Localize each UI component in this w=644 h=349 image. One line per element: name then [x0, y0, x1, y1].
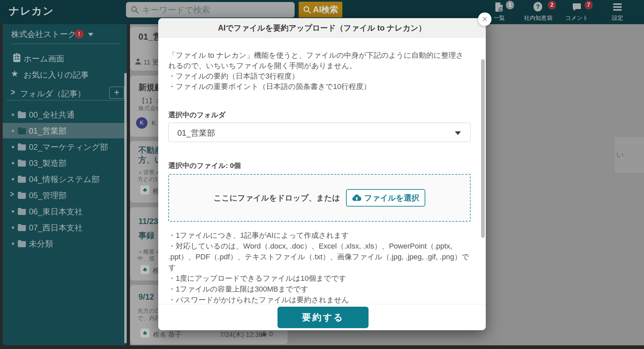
folder-icon — [17, 143, 26, 150]
sidebar-scrollbar[interactable] — [124, 73, 127, 343]
notification-badge: 1 — [506, 1, 514, 9]
menu-icon — [612, 3, 622, 11]
bullet-icon — [12, 114, 14, 116]
upload-modal: AIでファイルを要約アップロード（ファイル to ナレカン） 「ファイル to … — [158, 18, 486, 330]
folder-select-value: 01_営業部 — [177, 128, 215, 138]
folder-icon — [17, 224, 26, 231]
note-line: ・1度にアップロードできるファイルは10個までです — [168, 273, 471, 284]
chevron-down-icon — [455, 131, 461, 135]
sidebar-folder-00[interactable]: 00_全社共通 — [3, 107, 127, 122]
folders-section-label: フォルダ（記事） — [20, 88, 85, 99]
sidebar-folder-07[interactable]: 07_西日本支社 — [3, 220, 127, 235]
modal-footer: 要約する — [158, 304, 486, 330]
question-circle-icon: ? — [533, 2, 544, 12]
bullet-icon — [12, 178, 14, 180]
comment-icon — [572, 2, 582, 12]
feature-line: ・ファイルの要約（日本語で3行程度） — [168, 71, 471, 81]
author-name: K — [152, 119, 156, 127]
member-count: 11 更 — [143, 58, 159, 67]
avatar: K — [136, 117, 147, 129]
document-check-icon — [495, 2, 504, 12]
note-line: ・1ファイルの容量上限は300MBまでです — [168, 284, 471, 295]
article-title: 9/12 — [138, 292, 154, 302]
divider — [7, 100, 125, 100]
modal-close-button[interactable]: × — [478, 12, 491, 26]
topbar-item-label: コメント — [564, 14, 590, 22]
thumbs-up-icon — [260, 331, 267, 337]
article-title: 事録 — [138, 230, 155, 241]
article-date: 7/24(木) 12:38 — [220, 330, 263, 339]
choose-file-button[interactable]: ファイルを選択 — [346, 189, 425, 207]
note-line: ・パスワードがかけられたファイルは要約されません — [168, 295, 471, 304]
dropzone-text: ここにファイルをドロップ、または — [214, 193, 340, 203]
like-count: 0 — [269, 330, 273, 338]
app-logo: ナレカン — [9, 0, 54, 24]
article-snippet: 方との1 — [137, 175, 158, 183]
chevron-right-icon: > — [10, 190, 14, 199]
sidebar-item-home[interactable]: ホーム画面 — [3, 52, 127, 65]
article-snippet: 先方の日 — [137, 307, 160, 315]
bullet-icon — [12, 226, 14, 229]
modal-title: AIでファイルを要約アップロード（ファイル to ナレカン） — [158, 18, 486, 38]
topbar-item-settings[interactable]: 設定 — [607, 1, 628, 23]
sidebar: 株式会社ストーク ! ホーム画面 ★ お気に入りの記事 > フォルダ（記事） +… — [3, 24, 127, 346]
notification-badge: 7 — [585, 1, 593, 9]
folders-section-header[interactable]: > フォルダ（記事） — [3, 87, 127, 100]
topbar-item-knowledge[interactable]: ? 2 社内知恵袋 — [522, 1, 555, 23]
org-alert-badge: ! — [75, 30, 84, 39]
ai-search-button[interactable]: AI検索 — [299, 2, 342, 17]
modal-body: 「ファイル to ナレカン」機能を使うと、ファイルの中身が下記のように自動的に整… — [158, 38, 486, 304]
avatar: ♣ — [140, 329, 149, 338]
sidebar-item-favorites[interactable]: ★ お気に入りの記事 — [3, 68, 127, 81]
bullet-icon — [12, 162, 14, 164]
sidebar-folder-06[interactable]: 06_東日本支社 — [3, 204, 127, 219]
note-line: ・1ファイルにつき、1記事がAIによって作成されます — [168, 230, 471, 241]
topbar-item-comments[interactable]: 7 コメント — [564, 1, 590, 23]
divider — [11, 44, 120, 44]
article-snippet: 中、後 — [137, 255, 155, 262]
svg-text:?: ? — [536, 3, 540, 10]
author-name: 椎名 恭子 — [153, 330, 182, 339]
folder-icon — [17, 175, 26, 183]
sidebar-folder-05[interactable]: > 05_管理部 — [3, 187, 127, 203]
topbar-item-label: 社内知恵袋 — [522, 14, 555, 22]
search-input[interactable] — [142, 5, 290, 15]
add-folder-button[interactable]: + — [109, 87, 124, 99]
modal-scrollbar[interactable] — [481, 59, 485, 238]
star-icon: ★ — [11, 69, 18, 79]
folder-icon — [17, 191, 26, 199]
folder-icon — [17, 111, 26, 118]
summarize-button[interactable]: 要約する — [277, 307, 369, 328]
search-icon — [303, 6, 311, 14]
sidebar-folder-04[interactable]: 04_情報システム部 — [3, 171, 127, 187]
topbar-item-label: 設定 — [607, 14, 628, 22]
sidebar-folder-01-selected[interactable]: 01_営業部 — [3, 123, 127, 138]
article-snippet: で、内容 — [137, 314, 160, 322]
notification-badge: 2 — [548, 1, 556, 9]
bullet-icon — [12, 130, 14, 132]
sidebar-folder-02[interactable]: 02_マーケティング部 — [3, 139, 127, 155]
file-dropzone[interactable]: ここにファイルをドロップ、または ファイルを選択 — [168, 174, 471, 222]
folder-icon — [17, 159, 26, 167]
chevron-right-icon: > — [11, 87, 15, 97]
cloud-upload-icon — [352, 194, 361, 202]
folder-icon — [17, 240, 26, 247]
bullet-icon — [12, 243, 14, 245]
feature-line: ・ファイルの重要ポイント（日本語の箇条書きで10行程度） — [168, 81, 471, 92]
bullet-icon — [12, 210, 14, 213]
folder-select-label: 選択中のフォルダ — [168, 110, 471, 120]
sidebar-folder-03[interactable]: 03_製造部 — [3, 155, 127, 171]
search-box — [126, 2, 295, 17]
org-selector[interactable]: 株式会社ストーク — [11, 29, 76, 40]
chevron-down-icon[interactable] — [88, 33, 93, 36]
modal-header: AIでファイルを要約アップロード（ファイル to ナレカン） — [158, 18, 486, 38]
sidebar-item-label: ホーム画面 — [24, 53, 64, 64]
sidebar-folder-uncategorized[interactable]: 未分類 — [3, 236, 127, 251]
article-title: 11/23 — [138, 217, 158, 226]
sidebar-item-label: お気に入りの記事 — [24, 70, 89, 80]
home-doc-icon — [13, 53, 21, 62]
hidden-card-fragment: い — [615, 137, 644, 173]
modal-intro-text: 「ファイル to ナレカン」機能を使うと、ファイルの中身が下記のように自動的に整… — [168, 50, 471, 71]
article-snippet: 株式会社 — [138, 104, 161, 112]
folder-select[interactable]: 01_営業部 — [168, 123, 471, 142]
